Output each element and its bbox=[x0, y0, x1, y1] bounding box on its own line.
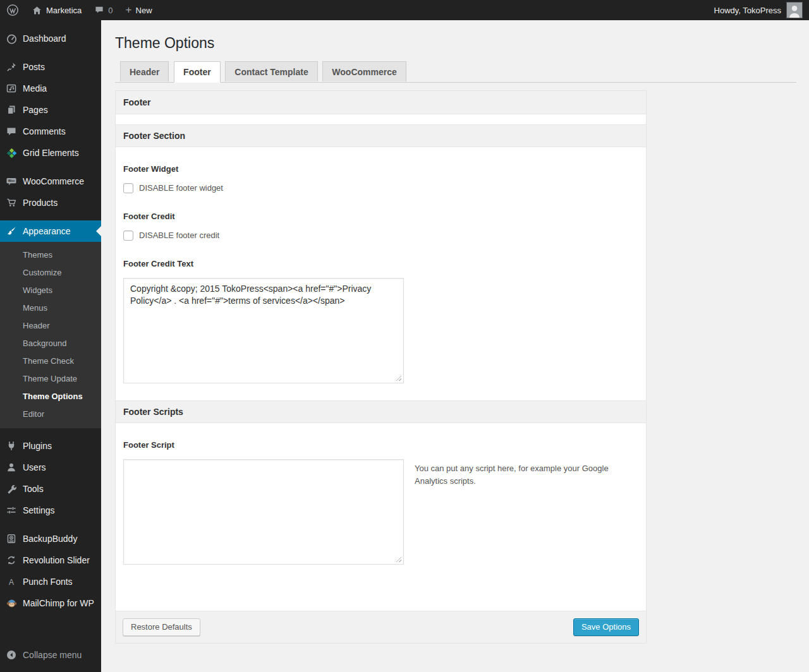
tab-header[interactable]: Header bbox=[120, 61, 169, 81]
new-button[interactable]: + New bbox=[119, 0, 159, 20]
sidebar-item-label: Appearance bbox=[23, 225, 71, 237]
sidebar-item-posts[interactable]: Posts bbox=[0, 56, 101, 78]
wp-logo-button[interactable] bbox=[0, 0, 25, 20]
sidebar-item-label: Comments bbox=[23, 126, 66, 137]
restore-defaults-button[interactable]: Restore Defaults bbox=[123, 618, 200, 636]
submenu-item-editor[interactable]: Editor bbox=[0, 405, 101, 423]
footer-credit-checkbox-label: DISABLE footer credit bbox=[139, 231, 219, 240]
submenu-item-theme-check[interactable]: Theme Check bbox=[0, 352, 101, 370]
footer-script-textarea[interactable] bbox=[123, 459, 404, 565]
tab-contact-template[interactable]: Contact Template bbox=[225, 61, 317, 81]
howdy-link[interactable]: Howdy, TokoPress bbox=[714, 6, 781, 15]
svg-text:A: A bbox=[9, 578, 14, 587]
sidebar-item-users[interactable]: Users bbox=[0, 457, 101, 478]
user-avatar-icon bbox=[787, 3, 802, 18]
sidebar-item-label: Pages bbox=[23, 104, 48, 116]
plugin-icon bbox=[5, 440, 18, 452]
collapse-icon bbox=[5, 649, 18, 661]
tab-bar: Header Footer Contact Template WooCommer… bbox=[115, 61, 796, 83]
sidebar-item-comments[interactable]: Comments bbox=[0, 121, 101, 142]
letter-a-icon: A bbox=[5, 576, 18, 587]
site-name-label: Marketica bbox=[46, 6, 82, 15]
sidebar-item-label: Plugins bbox=[23, 440, 52, 452]
sidebar-item-label: Products bbox=[23, 197, 58, 208]
tab-woocommerce[interactable]: WooCommerce bbox=[322, 61, 406, 81]
sidebar-item-products[interactable]: Products bbox=[0, 192, 101, 213]
sidebar-item-label: Tools bbox=[23, 483, 44, 495]
sidebar-item-pages[interactable]: Pages bbox=[0, 99, 101, 121]
submenu-item-background[interactable]: Background bbox=[0, 335, 101, 352]
comment-icon bbox=[94, 5, 104, 15]
wrench-icon bbox=[5, 483, 18, 495]
submenu-item-widgets[interactable]: Widgets bbox=[0, 282, 101, 299]
page-title: Theme Options bbox=[115, 20, 796, 53]
sidebar-item-label: Dashboard bbox=[23, 33, 66, 44]
sidebar-item-revolution-slider[interactable]: Revolution Slider bbox=[0, 549, 101, 571]
tab-footer[interactable]: Footer bbox=[174, 61, 221, 83]
sidebar-item-punch-fonts[interactable]: A Punch Fonts bbox=[0, 571, 101, 592]
footer-credit-checkbox-row: DISABLE footer credit bbox=[123, 231, 638, 241]
revolution-icon bbox=[5, 555, 18, 566]
cart-icon bbox=[5, 197, 18, 208]
footer-widget-label: Footer Widget bbox=[123, 164, 638, 174]
wordpress-logo-icon bbox=[6, 4, 19, 16]
sidebar-item-tools[interactable]: Tools bbox=[0, 478, 101, 500]
admin-sidebar: Dashboard Posts Media bbox=[0, 20, 101, 672]
theme-options-panel: Footer Footer Section Footer Widget DISA… bbox=[115, 90, 647, 644]
submenu-item-theme-update[interactable]: Theme Update bbox=[0, 370, 101, 388]
sidebar-item-mailchimp[interactable]: MailChimp for WP bbox=[0, 592, 101, 614]
appearance-submenu: Themes Customize Widgets Menus Header Ba… bbox=[0, 242, 101, 428]
submenu-item-theme-options[interactable]: Theme Options bbox=[0, 388, 101, 405]
sidebar-item-label: WooCommerce bbox=[23, 176, 84, 187]
footer-credit-text-label: Footer Credit Text bbox=[123, 259, 638, 268]
comment-count: 0 bbox=[108, 6, 113, 15]
sidebar-item-plugins[interactable]: Plugins bbox=[0, 435, 101, 457]
footer-credit-textarea[interactable]: Copyright &copy; 2015 TokoPress<span><a … bbox=[123, 278, 404, 383]
sidebar-item-dashboard[interactable]: Dashboard bbox=[0, 28, 101, 49]
panel-spacer bbox=[116, 114, 646, 124]
new-label: New bbox=[136, 6, 152, 15]
home-icon bbox=[32, 5, 42, 16]
sidebar-item-media[interactable]: Media bbox=[0, 78, 101, 99]
collapse-menu-button[interactable]: Collapse menu bbox=[0, 644, 101, 666]
page-footer: Thank you for creating with WordPress. V… bbox=[115, 644, 796, 672]
footer-widget-checkbox[interactable] bbox=[123, 183, 133, 193]
sidebar-item-label: Settings bbox=[23, 505, 55, 516]
woocommerce-icon: Woo bbox=[5, 176, 18, 187]
appearance-icon bbox=[5, 225, 18, 237]
submenu-item-header[interactable]: Header bbox=[0, 317, 101, 335]
footer-section-header: Footer Section bbox=[116, 124, 646, 147]
pages-icon bbox=[5, 104, 18, 116]
sidebar-item-label: BackupBuddy bbox=[23, 533, 77, 544]
sidebar-item-label: Posts bbox=[23, 61, 45, 73]
sidebar-item-settings[interactable]: Settings bbox=[0, 500, 101, 521]
footer-widget-checkbox-row: DISABLE footer widget bbox=[123, 183, 638, 193]
submenu-item-menus[interactable]: Menus bbox=[0, 299, 101, 317]
grid-elements-icon bbox=[5, 147, 18, 159]
site-name-link[interactable]: Marketica bbox=[25, 0, 88, 20]
submenu-item-themes[interactable]: Themes bbox=[0, 246, 101, 264]
settings-icon bbox=[5, 505, 18, 516]
dashboard-icon bbox=[5, 33, 18, 44]
plus-icon: + bbox=[126, 4, 132, 15]
mailchimp-icon bbox=[5, 597, 18, 609]
sidebar-item-grid-elements[interactable]: Grid Elements bbox=[0, 142, 101, 164]
submenu-item-customize[interactable]: Customize bbox=[0, 264, 101, 282]
footer-credit-checkbox[interactable] bbox=[123, 231, 133, 241]
avatar[interactable] bbox=[786, 2, 803, 18]
comments-indicator[interactable]: 0 bbox=[88, 0, 119, 20]
sidebar-item-woocommerce[interactable]: Woo WooCommerce bbox=[0, 171, 101, 192]
backup-icon bbox=[5, 533, 18, 544]
comments-icon bbox=[5, 126, 18, 137]
save-options-button[interactable]: Save Options bbox=[573, 618, 639, 636]
footer-script-help: You can put any script here, for example… bbox=[415, 459, 611, 488]
footer-credit-label: Footer Credit bbox=[123, 212, 638, 221]
sidebar-item-label: Revolution Slider bbox=[23, 555, 90, 566]
main-content: Theme Options Header Footer Contact Temp… bbox=[101, 20, 809, 672]
admin-bar: Marketica 0 + New Howdy, TokoPress bbox=[0, 0, 809, 20]
sidebar-item-backupbuddy[interactable]: BackupBuddy bbox=[0, 528, 101, 549]
footer-scripts-header: Footer Scripts bbox=[116, 400, 646, 423]
sidebar-item-appearance[interactable]: Appearance bbox=[0, 220, 101, 242]
panel-actions: Restore Defaults Save Options bbox=[116, 611, 646, 643]
sidebar-item-label: Users bbox=[23, 462, 46, 473]
